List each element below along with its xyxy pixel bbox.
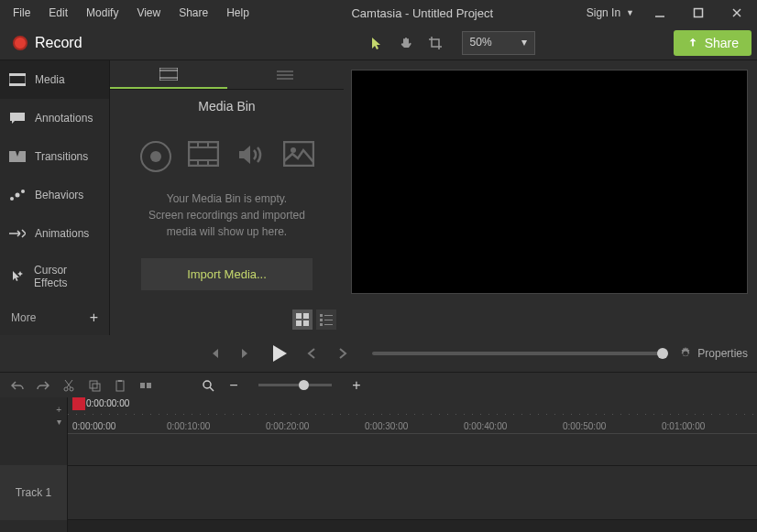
svg-rect-40 <box>118 380 122 382</box>
svg-point-8 <box>16 193 20 198</box>
paste-button[interactable] <box>112 377 128 394</box>
menubar: File Edit Modify View Share Help Camtasi… <box>0 0 757 26</box>
svg-point-7 <box>10 197 14 201</box>
hand-tool[interactable] <box>394 31 418 55</box>
menu-view[interactable]: View <box>127 3 170 23</box>
svg-point-36 <box>70 387 73 391</box>
play-button[interactable] <box>264 339 293 368</box>
sidebar-label: Annotations <box>35 112 93 125</box>
grid-view-toggle[interactable] <box>292 309 313 330</box>
media-panel: Media Bin Your Media Bin is empty. Scree… <box>110 60 344 335</box>
sidebar-item-annotations[interactable]: Annotations <box>0 99 109 137</box>
crop-tool[interactable] <box>423 31 447 55</box>
ruler-tick: 0:00:40:00 <box>464 421 507 431</box>
search-icon[interactable] <box>200 377 216 394</box>
svg-rect-39 <box>116 381 124 391</box>
ruler-start-time: 0:00:00:00 <box>72 421 115 431</box>
minimize-button[interactable] <box>647 3 673 23</box>
list-view-toggle[interactable] <box>316 309 336 330</box>
transitions-icon <box>9 148 26 165</box>
media-bin-empty-text: Your Media Bin is empty. Screen recordin… <box>148 190 305 240</box>
share-icon <box>686 37 699 49</box>
import-media-button[interactable]: Import Media... <box>141 258 313 290</box>
zoom-out-button[interactable]: − <box>225 377 242 394</box>
sidebar-item-transitions[interactable]: Transitions <box>0 137 109 176</box>
signin-link[interactable]: Sign In▼ <box>587 6 634 19</box>
menu-help[interactable]: Help <box>217 3 258 23</box>
prev-frame-button[interactable] <box>202 341 227 366</box>
more-button[interactable]: More <box>11 311 36 324</box>
menu-share[interactable]: Share <box>170 3 217 23</box>
svg-rect-29 <box>320 314 323 317</box>
zoom-in-button[interactable]: + <box>348 377 365 394</box>
svg-rect-6 <box>9 83 26 86</box>
svg-rect-23 <box>284 142 313 166</box>
image-bin-icon <box>283 141 314 172</box>
add-button[interactable]: + <box>90 309 98 326</box>
sidebar-item-animations[interactable]: Animations <box>0 214 109 253</box>
tracks-area[interactable] <box>68 465 757 532</box>
next-frame-button[interactable] <box>233 341 258 366</box>
ruler-tick: 0:00:30:00 <box>365 421 408 431</box>
svg-rect-38 <box>93 384 100 391</box>
playhead[interactable] <box>72 397 85 410</box>
prev-marker-button[interactable] <box>299 341 324 366</box>
add-track-button[interactable]: + <box>56 405 61 415</box>
record-button[interactable]: Record <box>5 31 90 55</box>
pointer-tool[interactable] <box>365 31 389 55</box>
scrub-bar[interactable] <box>372 352 663 355</box>
cut-button[interactable] <box>60 377 77 394</box>
timeline-ruler[interactable]: 0:00:00:00 0:00:00:00 0:00:10:00 0:00:20… <box>68 397 757 434</box>
menu-file[interactable]: File <box>4 3 39 23</box>
sidebar-item-behaviors[interactable]: Behaviors <box>0 176 109 214</box>
zoom-dropdown[interactable]: 50%▾ <box>462 31 535 55</box>
ruler-tick: 0:00:50:00 <box>563 421 606 431</box>
undo-button[interactable] <box>9 377 26 394</box>
sidebar-label: Media <box>35 73 65 86</box>
annotations-icon <box>9 110 26 126</box>
split-button[interactable] <box>137 377 154 394</box>
maximize-button[interactable] <box>686 3 711 23</box>
properties-button[interactable]: Properties <box>679 347 748 360</box>
sidebar-item-cursor-effects[interactable]: Cursor Effects <box>0 253 109 300</box>
close-button[interactable] <box>724 3 750 23</box>
svg-rect-10 <box>159 68 178 81</box>
menu-modify[interactable]: Modify <box>77 3 127 23</box>
svg-rect-37 <box>90 381 97 388</box>
sidebar-item-media[interactable]: Media <box>0 60 109 99</box>
panel-tab-media[interactable] <box>110 60 227 89</box>
svg-rect-26 <box>303 313 309 319</box>
preview-canvas[interactable] <box>351 70 748 294</box>
track-row[interactable] <box>68 465 757 520</box>
list-icon <box>277 70 293 81</box>
playback-bar: Properties <box>0 335 757 372</box>
svg-rect-42 <box>147 383 151 388</box>
svg-rect-30 <box>324 315 333 316</box>
next-marker-button[interactable] <box>330 341 356 366</box>
zoom-slider[interactable] <box>258 384 332 386</box>
audio-bin-icon <box>236 141 267 172</box>
behaviors-icon <box>9 187 26 203</box>
svg-point-43 <box>203 381 211 388</box>
record-bin-icon <box>140 141 171 172</box>
panel-tab-library[interactable] <box>227 60 345 89</box>
redo-button[interactable] <box>35 377 51 394</box>
copy-button[interactable] <box>86 377 103 394</box>
clip-icon <box>159 68 178 81</box>
sidebar-label: Animations <box>35 227 89 240</box>
playhead-time: 0:00:00:00 <box>86 398 129 408</box>
svg-rect-25 <box>296 313 302 319</box>
zoom-slider-handle[interactable] <box>299 380 309 390</box>
menu-edit[interactable]: Edit <box>39 3 77 23</box>
list-small-icon <box>320 313 333 326</box>
timeline-tools: − + <box>0 372 757 397</box>
share-button[interactable]: Share <box>674 30 752 56</box>
cursor-effects-icon <box>9 268 25 285</box>
media-bin-title: Media Bin <box>198 99 255 114</box>
collapse-tracks-button[interactable]: ▾ <box>57 417 61 427</box>
svg-line-44 <box>210 387 214 391</box>
track-label[interactable]: Track 1 <box>0 465 67 520</box>
scrub-handle[interactable] <box>657 348 668 359</box>
timeline: + ▾ Track 1 0:00:00:00 0:00:00:00 0:00:1… <box>0 397 757 532</box>
svg-rect-32 <box>324 320 333 320</box>
